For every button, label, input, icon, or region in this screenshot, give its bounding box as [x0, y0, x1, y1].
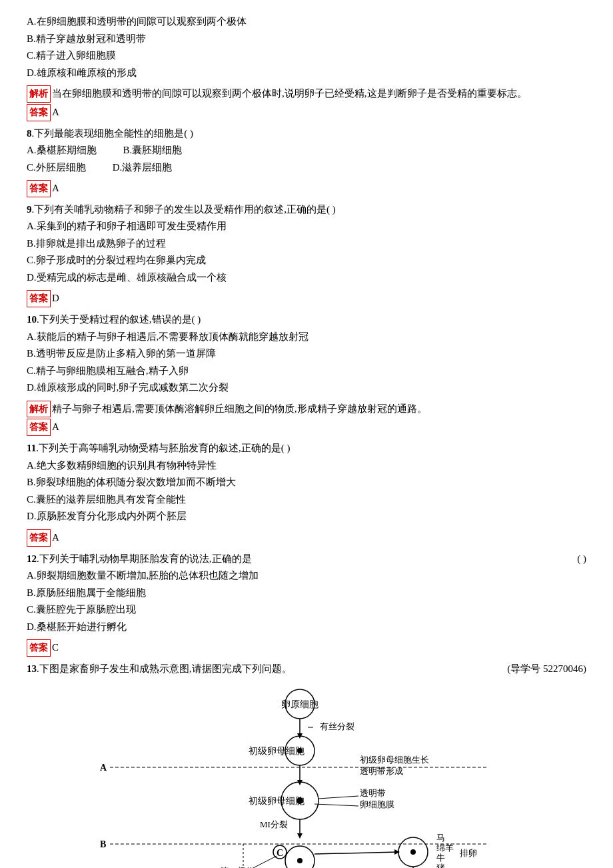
q12-stem: 12.下列关于哺乳动物早期胚胎发育的说法,正确的是 ( ): [27, 551, 586, 568]
question-options-block: A.在卵细胞膜和透明带的间隙可以观察到两个极体 B.精子穿越放射冠和透明带 C.…: [27, 13, 586, 81]
svg-text:猪: 猪: [436, 863, 445, 868]
q12-opt-c: C.囊胚腔先于原肠腔出现: [27, 601, 586, 619]
q10-opt-d: D.雄原核形成的同时,卵子完成减数第二次分裂: [27, 379, 586, 397]
svg-text:卵细胞膜: 卵细胞膜: [360, 799, 394, 809]
q8-options-row2: C.外胚层细胞 D.滋养层细胞: [27, 159, 586, 177]
content-area: A.在卵细胞膜和透明带的间隙可以观察到两个极体 B.精子穿越放射冠和透明带 C.…: [27, 13, 586, 868]
svg-line-21: [314, 804, 358, 806]
answer-tag-9: 答案: [27, 290, 51, 307]
question-13: 13.下图是家畜卵子发生和成熟示意图,请据图完成下列问题。 (导学号 52270…: [27, 661, 586, 678]
svg-text:马: 马: [436, 833, 445, 843]
svg-text:牛: 牛: [436, 853, 445, 863]
answer-line-1: 答案A: [27, 104, 586, 121]
svg-text:C: C: [277, 848, 283, 858]
svg-text:透明带形成: 透明带形成: [360, 766, 403, 776]
analysis-tag-10: 解析: [27, 401, 51, 418]
oogenesis-diagram: 卵原细胞 有丝分裂 初级卵母细胞 A 初级卵母细胞生长: [73, 684, 540, 868]
q8-opt-b: B.囊胚期细胞: [123, 142, 183, 159]
answer-line-10: 答案A: [27, 419, 586, 436]
svg-text:有丝分裂: 有丝分裂: [320, 721, 354, 731]
diagram-container: 卵原细胞 有丝分裂 初级卵母细胞 A 初级卵母细胞生长: [27, 684, 586, 868]
q8-opt-c: C.外胚层细胞: [27, 159, 86, 177]
analysis-line-10: 解析精子与卵子相遇后,需要顶体酶溶解卵丘细胞之间的物质,形成精子穿越放射冠的通路…: [27, 401, 586, 418]
svg-text:排卵: 排卵: [460, 848, 477, 858]
svg-line-19: [318, 796, 358, 799]
answer-line-12: 答案C: [27, 639, 586, 657]
q11-opt-b: B.卵裂球细胞的体积随分裂次数增加而不断增大: [27, 474, 586, 491]
q9-opt-a: A.采集到的精子和卵子相遇即可发生受精作用: [27, 218, 586, 235]
q12-opt-a: A.卵裂期细胞数量不断增加,胚胎的总体积也随之增加: [27, 567, 586, 585]
q9-opt-c: C.卵子形成时的分裂过程均在卵巢内完成: [27, 252, 586, 269]
answer-line-8: 答案A: [27, 180, 586, 197]
svg-text:B: B: [100, 839, 106, 849]
q8-opt-d: D.滋养层细胞: [113, 159, 173, 177]
q9-stem: 9.下列有关哺乳动物精子和卵子的发生以及受精作用的叙述,正确的是( ): [27, 201, 586, 219]
question-11: 11.下列关于高等哺乳动物受精与胚胎发育的叙述,正确的是( ) A.绝大多数精卵…: [27, 440, 586, 525]
q11-opt-d: D.原肠胚发育分化形成内外两个胚层: [27, 508, 586, 525]
q11-opt-c: C.囊胚的滋养层细胞具有发育全能性: [27, 491, 586, 509]
answer-tag-1: 答案: [27, 104, 51, 121]
q10-opt-c: C.精子与卵细胞膜相互融合,精子入卵: [27, 363, 586, 380]
svg-point-28: [285, 846, 314, 868]
analysis-line: 解析当在卵细胞膜和透明带的间隙可以观察到两个极体时,说明卵子已经受精,这是判断卵…: [27, 85, 586, 103]
option-b: B.精子穿越放射冠和透明带: [27, 31, 586, 48]
question-10: 10.下列关于受精过程的叙述,错误的是( ) A.获能后的精子与卵子相遇后,不需…: [27, 311, 586, 397]
q9-opt-d: D.受精完成的标志是雌、雄原核融合成一个核: [27, 269, 586, 287]
option-a: A.在卵细胞膜和透明带的间隙可以观察到两个极体: [27, 13, 586, 31]
answer-tag-10: 答案: [27, 419, 51, 436]
q10-stem: 10.下列关于受精过程的叙述,错误的是( ): [27, 311, 586, 329]
svg-point-29: [297, 858, 303, 863]
svg-text:MI分裂: MI分裂: [260, 819, 288, 829]
q12-opt-b: B.原肠胚细胞属于全能细胞: [27, 585, 586, 602]
q10-opt-b: B.透明带反应是防止多精入卵的第一道屏障: [27, 345, 586, 363]
svg-text:初级卵母细胞: 初级卵母细胞: [249, 796, 305, 806]
svg-text:透明带: 透明带: [360, 788, 386, 798]
question-12: 12.下列关于哺乳动物早期胚胎发育的说法,正确的是 ( ) A.卵裂期细胞数量不…: [27, 551, 586, 636]
svg-marker-12: [297, 780, 303, 785]
svg-text:绵羊: 绵羊: [436, 843, 454, 853]
q10-opt-a: A.获能后的精子与卵子相遇后,不需要释放顶体酶就能穿越放射冠: [27, 329, 586, 346]
svg-marker-24: [297, 833, 303, 839]
q11-stem: 11.下列关于高等哺乳动物受精与胚胎发育的叙述,正确的是( ): [27, 440, 586, 457]
svg-text:初级卵母细胞: 初级卵母细胞: [249, 746, 305, 756]
q12-opt-d: D.桑椹胚开始进行孵化: [27, 619, 586, 636]
question-8: 8.下列最能表现细胞全能性的细胞是( ) A.桑椹胚期细胞 B.囊胚期细胞 C.…: [27, 125, 586, 177]
q8-options-row1: A.桑椹胚期细胞 B.囊胚期细胞: [27, 142, 586, 159]
q8-stem: 8.下列最能表现细胞全能性的细胞是( ): [27, 125, 586, 143]
q8-opt-a: A.桑椹胚期细胞: [27, 142, 97, 159]
q9-opt-b: B.排卵就是排出成熟卵子的过程: [27, 235, 586, 253]
svg-text:卵原细胞: 卵原细胞: [281, 699, 318, 709]
answer-line-11: 答案A: [27, 529, 586, 547]
answer-tag-8: 答案: [27, 180, 51, 197]
svg-text:初级卵母细胞生长: 初级卵母细胞生长: [360, 755, 429, 765]
option-c: C.精子进入卵细胞膜: [27, 47, 586, 65]
option-d: D.雄原核和雌原核的形成: [27, 65, 586, 82]
svg-text:A: A: [100, 763, 107, 773]
analysis-tag: 解析: [27, 85, 51, 103]
question-9: 9.下列有关哺乳动物精子和卵子的发生以及受精作用的叙述,正确的是( ) A.采集…: [27, 201, 586, 287]
answer-tag-11: 答案: [27, 529, 51, 547]
svg-line-42: [314, 852, 398, 854]
q13-stem: 13.下图是家畜卵子发生和成熟示意图,请据图完成下列问题。 (导学号 52270…: [27, 661, 586, 678]
q11-opt-a: A.绝大多数精卵细胞的识别具有物种特异性: [27, 457, 586, 475]
answer-line-9: 答案D: [27, 290, 586, 307]
svg-point-41: [410, 849, 416, 855]
answer-tag-12: 答案: [27, 639, 51, 657]
